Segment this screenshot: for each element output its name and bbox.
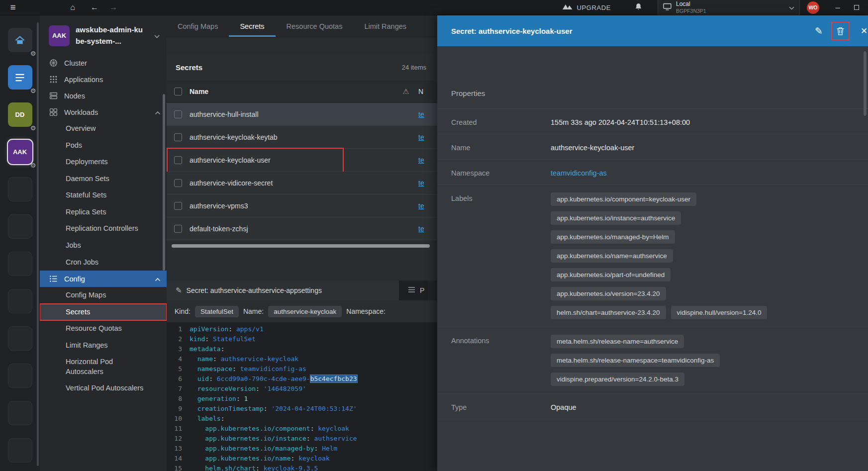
sidebar-item-nodes[interactable]: Nodes: [40, 88, 167, 104]
yaml-editor[interactable]: 1apiVersion: apps/v12kind: StatefulSet3m…: [167, 322, 437, 471]
config-icon: [49, 275, 58, 283]
sidebar-item-config[interactable]: Config: [40, 271, 167, 287]
dock-tab-pod[interactable]: P: [399, 281, 428, 300]
sidebar-item-horizontal-pod-autoscalers[interactable]: Horizontal Pod Autoscalers: [40, 354, 167, 380]
namespace-link[interactable]: te: [418, 179, 424, 187]
labels-chips: app.kubernetes.io/component=keycloak-use…: [551, 192, 767, 319]
sidebar-subitem-label: Deployments: [66, 157, 108, 167]
code-line: 12 app.kubernetes.io/instance: authservi…: [167, 434, 437, 444]
table-header: Name ⚠ N: [167, 80, 437, 103]
gear-icon[interactable]: ⚙: [30, 87, 36, 94]
menu-icon[interactable]: ≡: [6, 2, 20, 13]
gear-icon[interactable]: ⚙: [30, 50, 36, 57]
sidebar-item-config-maps[interactable]: Config Maps: [40, 287, 167, 304]
chip-row: app.kubernetes.io/version=23.4.20: [551, 287, 767, 300]
gear-icon[interactable]: ⚙: [30, 162, 36, 169]
row-checkbox[interactable]: [174, 202, 182, 210]
row-checkbox[interactable]: [174, 133, 182, 141]
horizontal-scrollbar[interactable]: [172, 244, 432, 248]
minimize-button[interactable]: ─: [832, 4, 843, 11]
row-checkbox-cell: [167, 133, 190, 141]
row-checkbox[interactable]: [174, 225, 182, 233]
rail-tile-dd[interactable]: DD⚙: [8, 102, 32, 127]
maximize-button[interactable]: [851, 5, 862, 10]
select-all-checkbox[interactable]: [174, 88, 182, 95]
sidebar-item-pods[interactable]: Pods: [40, 137, 167, 154]
close-button[interactable]: ✕: [858, 26, 868, 36]
row-checkbox[interactable]: [174, 179, 182, 187]
namespace-link[interactable]: te: [418, 110, 424, 118]
label-chip: app.kubernetes.io/component=keycloak-use…: [551, 192, 696, 206]
sidebar-item-applications[interactable]: Applications: [40, 71, 167, 88]
namespace-link[interactable]: teamvidiconfig-as: [551, 167, 607, 177]
prop-row-created: Created 155m 33s ago 2024-04-24T10:51:13…: [437, 109, 868, 134]
delete-button[interactable]: [834, 24, 847, 38]
list-title: Secrets: [176, 63, 202, 72]
forward-button[interactable]: →: [106, 3, 120, 12]
table-row[interactable]: default-token-zchsjte: [167, 217, 437, 240]
rail-tile-aak[interactable]: AAK⚙: [8, 140, 32, 164]
column-header-namespace[interactable]: N: [418, 88, 437, 95]
line-number: 1: [167, 324, 190, 334]
tab-limit-ranges[interactable]: Limit Ranges: [353, 15, 417, 37]
namespace-link[interactable]: te: [418, 202, 424, 210]
dock-tab-secret[interactable]: ✎ Secret: authservice-authservice-appset…: [167, 281, 399, 300]
row-checkbox[interactable]: [174, 110, 182, 118]
cluster-switcher-host: BGPF3N3P1: [676, 8, 706, 14]
code-text: helm.sh/chart: keycloak-9.3.5: [190, 464, 318, 471]
cluster-selector[interactable]: AAK awskube-admin-kube-system-...: [40, 15, 167, 55]
sidebar-item-workloads[interactable]: Workloads: [40, 104, 167, 120]
yaml-value: authservice: [314, 435, 357, 442]
gear-icon[interactable]: ⚙: [30, 124, 36, 132]
row-checkbox-cell: [167, 156, 190, 164]
sidebar-scrollbar[interactable]: [163, 94, 165, 271]
upgrade-button[interactable]: UPGRADE: [562, 3, 611, 11]
cluster-switcher[interactable]: Local BGPF3N3P1: [658, 0, 800, 15]
secret-name: default-token-zchsj: [190, 225, 393, 233]
edit-button[interactable]: ✎: [815, 25, 823, 37]
namespace-link[interactable]: te: [418, 225, 424, 233]
table-row[interactable]: authservice-keycloak-userte: [167, 149, 437, 172]
label-chip: app.kubernetes.io/instance=authservice: [551, 211, 681, 225]
row-checkbox[interactable]: [174, 156, 182, 164]
table-row[interactable]: authservice-vidicore-secrette: [167, 172, 437, 194]
column-header-name[interactable]: Name: [190, 88, 393, 95]
sidebar-item-jobs[interactable]: Jobs: [40, 237, 167, 254]
user-menu-button[interactable]: WO: [807, 1, 819, 14]
notifications-button[interactable]: [632, 3, 645, 12]
kind-value-chip: StatefulSet: [195, 306, 239, 317]
namespace-link[interactable]: te: [418, 133, 424, 141]
rail-tile-placeholder: [8, 364, 32, 388]
row-checkbox-cell: [167, 225, 190, 233]
sidebar-item-secrets[interactable]: Secrets: [40, 304, 167, 321]
tab-resource-quotas[interactable]: Resource Quotas: [276, 15, 354, 37]
tab-config-maps[interactable]: Config Maps: [167, 15, 229, 37]
sidebar-item-vertical-pod-autoscalers[interactable]: Vertical Pod Autoscalers: [40, 380, 167, 397]
sidebar-item-replica-sets[interactable]: Replica Sets: [40, 204, 167, 221]
code-line: 8 generation: 1: [167, 394, 437, 404]
sidebar-item-cluster[interactable]: Cluster: [40, 55, 167, 71]
sidebar-item-deployments[interactable]: Deployments: [40, 154, 167, 171]
sidebar-item-stateful-sets[interactable]: Stateful Sets: [40, 187, 167, 204]
sidebar-item-resource-quotas[interactable]: Resource Quotas: [40, 320, 167, 337]
namespace-link[interactable]: te: [418, 156, 424, 164]
tab-secrets[interactable]: Secrets: [229, 15, 275, 37]
back-button[interactable]: ←: [88, 3, 101, 12]
table-row[interactable]: authservice-keycloak-keytabte: [167, 126, 437, 149]
sidebar-item-overview[interactable]: Overview: [40, 120, 167, 137]
sidebar-item-limit-ranges[interactable]: Limit Ranges: [40, 337, 167, 354]
sidebar-item-cron-jobs[interactable]: Cron Jobs: [40, 254, 167, 271]
code-text: metadata:: [190, 344, 224, 354]
table-row[interactable]: authservice-vpms3te: [167, 194, 437, 217]
sidebar-item-replication-controllers[interactable]: Replication Controllers: [40, 220, 167, 237]
sidebar-item-daemon-sets[interactable]: Daemon Sets: [40, 171, 167, 188]
code-line: 4 name: authservice-keycloak: [167, 354, 437, 364]
sidebar-subitem-label: Limit Ranges: [66, 341, 108, 351]
panel-scrollbar[interactable]: [864, 51, 867, 116]
home-button[interactable]: ⌂: [66, 3, 80, 12]
table-row[interactable]: authservice-hull-installte: [167, 103, 437, 126]
yaml-value: 6ccd99a0-790c-4cde-aee9-: [217, 375, 310, 382]
rail-tile-home[interactable]: ⚙: [8, 28, 32, 52]
rail-tile-catalog[interactable]: ⚙: [8, 65, 32, 90]
horizontal-scrollbar-thumb[interactable]: [172, 244, 430, 248]
